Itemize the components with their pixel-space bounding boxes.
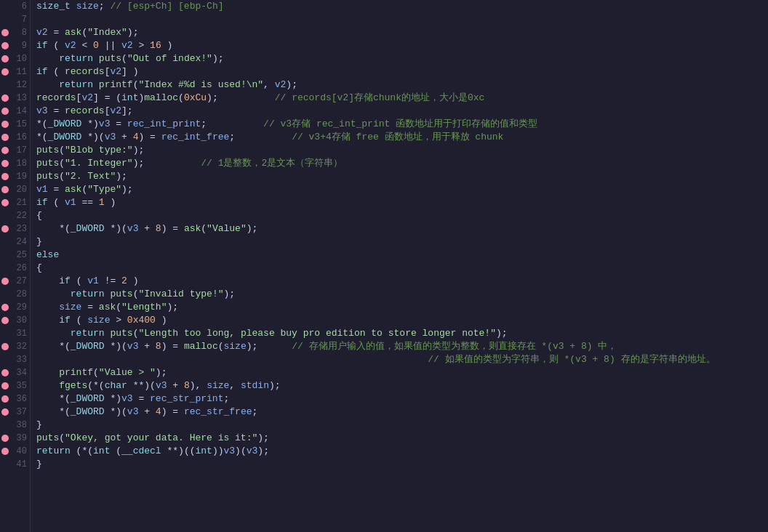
token-neq27: !=: [99, 275, 121, 288]
code-line-29: size = ask ( "Length" );: [36, 301, 768, 314]
token-p39b: );: [257, 432, 269, 445]
bp-8[interactable]: [0, 26, 10, 39]
bp-13[interactable]: [0, 92, 10, 105]
bp-15[interactable]: [0, 118, 10, 131]
token-ind10: [36, 52, 59, 65]
bp-26[interactable]: [0, 262, 10, 275]
bp-36[interactable]: [0, 392, 10, 406]
bp-6[interactable]: [0, 0, 10, 13]
bp-22[interactable]: [0, 209, 10, 222]
bp-33[interactable]: [0, 353, 10, 366]
bp-23[interactable]: [0, 222, 10, 235]
token-cm13: // records[v2]存储chunk的地址，大小是0xc: [275, 92, 485, 105]
bp-28[interactable]: [0, 288, 10, 301]
token-semi37: ;: [252, 406, 258, 419]
code-line-10: return puts ( "Out of index!" );: [36, 52, 768, 65]
bp-24[interactable]: [0, 235, 10, 249]
code-line-8: v2 = ask ( "Index" );: [36, 26, 768, 39]
ln-23: 23: [17, 222, 27, 235]
bp-21[interactable]: [0, 196, 10, 209]
token-cdecl40: cdecl: [133, 445, 161, 458]
bp-25[interactable]: [0, 249, 10, 262]
token-eq21a: ==: [76, 196, 99, 209]
token-semi: ;: [99, 0, 111, 13]
code-line-26: {: [36, 262, 768, 275]
token-sp10: [93, 52, 99, 65]
bp-32[interactable]: [0, 340, 10, 353]
token-v3g36: v3: [121, 392, 133, 406]
ln-29: 29: [17, 301, 27, 314]
bp-37[interactable]: [0, 406, 10, 419]
token-v3d23: v3: [127, 222, 139, 235]
token-ind28: [36, 288, 71, 301]
token-p34a: (: [93, 366, 99, 379]
token-rec11: records: [65, 65, 105, 78]
code-line-39: puts ( "Okey, got your data. Here is it:…: [36, 432, 768, 445]
bp-41[interactable]: [0, 458, 10, 471]
bp-35[interactable]: [0, 379, 10, 392]
ln-20: 20: [17, 183, 27, 196]
token-cast13: ): [138, 92, 144, 105]
token-v3j40: v3: [247, 445, 258, 458]
token-plus23: +: [138, 222, 155, 235]
token-ret40: return: [36, 445, 71, 458]
code-line-32: *( _DWORD *)( v3 + 8 ) = malloc ( size )…: [36, 340, 768, 353]
token-ret28: return: [71, 288, 105, 301]
token-stdin35: stdin: [241, 379, 269, 392]
token-p10a: (: [121, 52, 127, 65]
token-sp21a: (: [48, 196, 65, 209]
code-line-12: return printf ( "Index #%d is used!\n" ,…: [36, 78, 768, 92]
token-puts10: puts: [99, 52, 121, 65]
token-plus37: +: [138, 406, 155, 419]
bp-34[interactable]: [0, 366, 10, 379]
ln-17: 17: [17, 144, 27, 157]
bp-18[interactable]: [0, 157, 10, 170]
token-call40: )(: [235, 445, 247, 458]
bp-29[interactable]: [0, 301, 10, 314]
bp-10[interactable]: [0, 52, 10, 65]
token-cm33: // 如果值的类型为字符串，则 *(v3 + 8) 存的是字符串的地址。: [428, 353, 715, 366]
bp-30[interactable]: [0, 314, 10, 327]
bp-27[interactable]: [0, 275, 10, 288]
bp-7[interactable]: [0, 13, 10, 26]
bp-11[interactable]: [0, 65, 10, 78]
bp-20[interactable]: [0, 183, 10, 196]
token-sp9: (: [48, 39, 65, 52]
token-cast37: *)(: [105, 406, 127, 419]
token-rec_str36: rec_str_print: [150, 392, 223, 406]
token-cp9: ): [161, 39, 173, 52]
bp-39[interactable]: [0, 432, 10, 445]
token-str31: "Length too long, please buy pro edition…: [138, 327, 495, 340]
token-semi15: ;: [201, 118, 263, 131]
bp-31[interactable]: [0, 327, 10, 340]
bp-40[interactable]: [0, 445, 10, 458]
token-rec14: records: [65, 105, 105, 118]
token-v2d12: v2: [275, 78, 287, 92]
token-if11: if: [36, 65, 48, 78]
token-str39: "Okey, got your data. Here is it:": [65, 432, 257, 445]
bp-9[interactable]: [0, 39, 10, 52]
bp-19[interactable]: [0, 170, 10, 183]
token-cm32a: // 存储用户输入的值，如果值的类型为整数，则直接存在 *(v3 + 8) 中，: [292, 340, 617, 353]
code-line-15: *( _DWORD *) v3 = rec_int_print ; // v3存…: [36, 118, 768, 131]
code-line-9: if ( v2 < 0 || v2 > 16 ): [36, 39, 768, 52]
token-ind32: *(: [36, 340, 71, 353]
ln-12: 12: [17, 78, 27, 92]
token-size: size: [76, 0, 99, 13]
ln-34: 34: [17, 366, 27, 379]
token-semi16: ;: [229, 131, 292, 144]
bp-16[interactable]: [0, 131, 10, 144]
token-16: 16: [150, 39, 161, 52]
bp-12[interactable]: [0, 78, 10, 92]
token-puts39: puts: [36, 432, 59, 445]
token-str34: "Value > ": [99, 366, 156, 379]
bp-17[interactable]: [0, 144, 10, 157]
token-fgets35: fgets: [59, 379, 87, 392]
bp-14[interactable]: [0, 105, 10, 118]
token-sp21b: ): [105, 196, 116, 209]
token-str28: "Invalid type!": [138, 288, 223, 301]
token-printf34: printf: [59, 366, 93, 379]
bp-38[interactable]: [0, 419, 10, 432]
token-plus35: +: [167, 379, 184, 392]
token-p19b: );: [116, 170, 127, 183]
